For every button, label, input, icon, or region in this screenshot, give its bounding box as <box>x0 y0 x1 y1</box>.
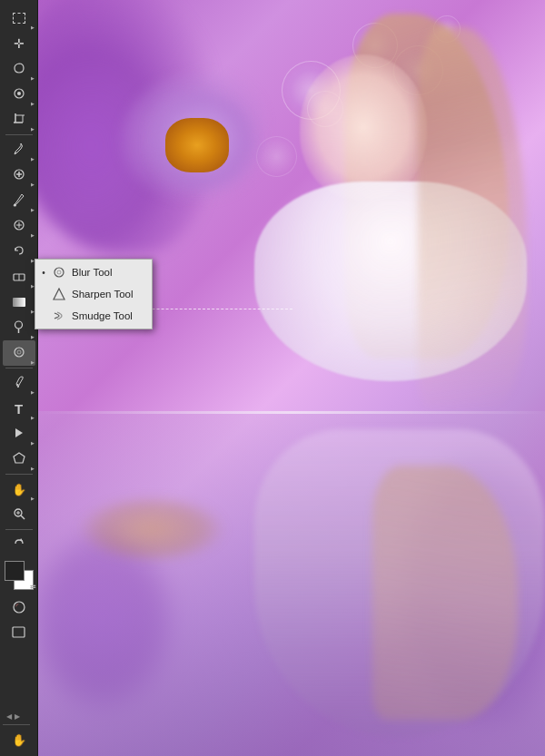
svg-rect-14 <box>13 298 25 307</box>
tool-history-brush[interactable] <box>3 239 35 264</box>
tool-eyedropper[interactable] <box>3 137 35 162</box>
tool-eraser[interactable] <box>3 264 35 290</box>
svg-point-27 <box>54 268 64 277</box>
marquee-icon <box>13 13 25 24</box>
separator-2 <box>5 368 33 368</box>
flower-center <box>165 118 229 172</box>
separator-bottom <box>3 724 30 725</box>
svg-point-25 <box>14 602 25 613</box>
scroll-left-icon[interactable]: ◀ <box>6 712 12 721</box>
tool-quick-mask[interactable] <box>3 595 35 621</box>
sharpen-tool-icon <box>52 287 66 301</box>
reflected-hair <box>372 466 518 720</box>
tool-dodge[interactable] <box>3 315 35 340</box>
tool-crop[interactable] <box>3 107 35 133</box>
toolbar-scroll-area: ◀ ▶ ✋ <box>3 709 35 754</box>
shape-icon <box>13 452 25 466</box>
swap-colors-icon[interactable]: ⇄ <box>30 583 36 591</box>
blur-icon <box>13 346 25 360</box>
svg-point-28 <box>57 270 61 274</box>
hand-icon: ✋ <box>12 484 26 496</box>
separator-4 <box>5 529 33 530</box>
blur-tool-icon <box>52 265 66 280</box>
toolbar: ✛ <box>0 0 38 756</box>
tool-marquee[interactable] <box>3 5 35 31</box>
path-select-icon <box>14 427 25 441</box>
eraser-icon <box>13 270 25 283</box>
sharpen-tool-label: Sharpen Tool <box>72 289 134 299</box>
svg-point-1 <box>17 92 21 95</box>
gradient-icon <box>13 297 25 309</box>
eyedropper-icon <box>13 142 25 158</box>
svg-point-18 <box>17 350 21 354</box>
tool-gradient[interactable] <box>3 290 35 315</box>
smudge-tool-label: Smudge Tool <box>72 310 133 321</box>
tool-move[interactable]: ✛ <box>3 31 35 56</box>
blur-tool-label: Blur Tool <box>72 267 113 278</box>
tool-shape[interactable] <box>3 447 35 472</box>
tool-screen-mode[interactable] <box>3 621 35 646</box>
hair-detail <box>418 27 527 408</box>
svg-point-17 <box>15 348 24 357</box>
tool-type[interactable]: T <box>3 396 35 421</box>
zoom-icon <box>13 507 25 522</box>
canvas-area[interactable] <box>38 0 545 756</box>
quick-mask-icon <box>12 600 26 617</box>
healing-icon <box>13 168 25 182</box>
person-face <box>300 54 427 200</box>
clone-icon <box>13 219 25 233</box>
move-icon: ✛ <box>14 37 25 50</box>
crop-icon <box>13 113 25 127</box>
foreground-color-swatch[interactable] <box>5 561 25 581</box>
flower-element <box>111 73 292 236</box>
lasso-icon <box>13 62 25 76</box>
tool-path-select[interactable] <box>3 421 35 447</box>
flyout-smudge-tool[interactable]: • Smudge Tool <box>35 305 152 327</box>
tool-rotate[interactable] <box>3 532 35 557</box>
history-brush-icon <box>13 244 25 259</box>
tool-lasso[interactable] <box>3 56 35 82</box>
type-icon: T <box>15 402 23 416</box>
tool-healing[interactable] <box>3 162 35 188</box>
flyout-sharpen-tool[interactable]: • Sharpen Tool <box>35 283 152 305</box>
hand-bottom-icon: ✋ <box>12 734 26 746</box>
color-swatches[interactable]: ⇄ <box>5 561 34 590</box>
smudge-tool-icon <box>52 309 66 323</box>
svg-point-10 <box>14 203 16 206</box>
scroll-right-icon[interactable]: ▶ <box>15 712 20 721</box>
svg-point-15 <box>15 321 23 329</box>
flyout-blur-tool[interactable]: • Blur Tool <box>35 261 152 283</box>
tool-brush[interactable] <box>3 188 35 213</box>
flyout-menu: • Blur Tool • Sharpen Tool • <box>35 259 153 329</box>
tool-clone[interactable] <box>3 213 35 239</box>
water-line <box>38 411 545 414</box>
tool-hand-bottom[interactable]: ✋ <box>3 727 35 752</box>
dodge-icon <box>13 320 25 336</box>
tool-pen[interactable] <box>3 370 35 396</box>
svg-marker-20 <box>14 453 25 463</box>
pen-icon <box>13 376 25 391</box>
svg-rect-26 <box>13 627 25 637</box>
svg-marker-29 <box>54 289 64 299</box>
tool-hand[interactable]: ✋ <box>3 476 35 502</box>
tool-blur[interactable] <box>3 340 35 366</box>
svg-line-22 <box>21 515 25 519</box>
scroll-arrows: ◀ ▶ <box>3 711 35 722</box>
blur-tool-dot: • <box>41 270 46 275</box>
separator-3 <box>5 474 33 475</box>
brush-icon <box>13 193 25 209</box>
screen-mode-icon <box>12 626 25 641</box>
svg-point-19 <box>17 384 19 386</box>
reflected-flower <box>84 497 220 561</box>
tool-quick-select[interactable] <box>3 82 35 107</box>
quick-select-icon <box>13 87 25 102</box>
tool-zoom[interactable] <box>3 502 35 527</box>
reflection-area <box>38 411 545 756</box>
canvas-image <box>38 0 545 756</box>
rotate-icon <box>13 537 25 552</box>
separator-1 <box>5 134 33 135</box>
